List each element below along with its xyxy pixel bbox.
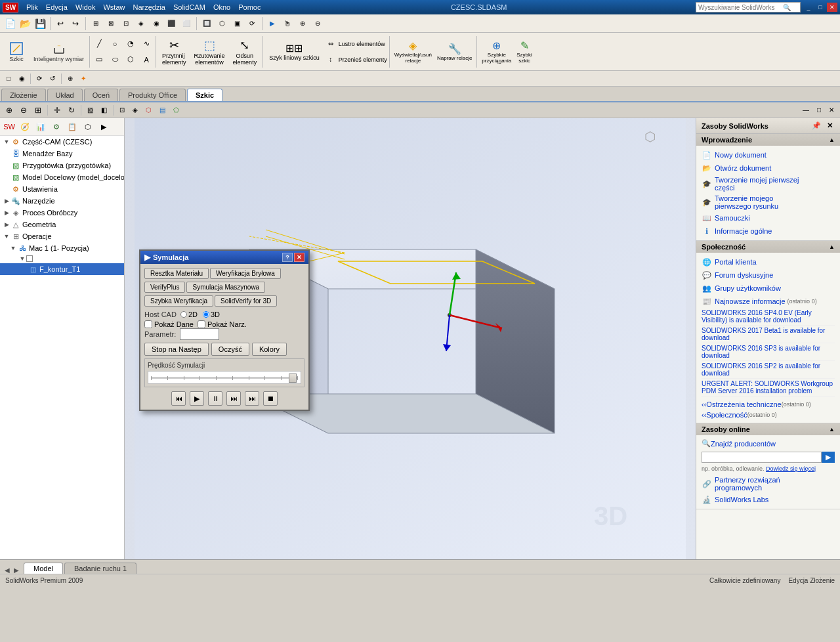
tree-root[interactable]: ▼ ⚙ Część-CAM (CZESC) — [0, 136, 124, 148]
inteligentny-wymiar-btn[interactable]: ↔ Inteligentny wymiar — [30, 35, 87, 69]
small-tool4[interactable]: ↺ — [47, 73, 58, 85]
szkic-btn[interactable]: Szkic — [3, 35, 30, 69]
tree-przygotowka[interactable]: ▧ Przygotówka (przygotówka) — [0, 160, 124, 171]
polygon-btn[interactable]: ⬡ — [123, 53, 138, 67]
icon15[interactable]: ⊖ — [310, 16, 325, 31]
icon8[interactable]: 🔲 — [200, 16, 214, 31]
online-search-input[interactable] — [702, 452, 822, 463]
menu-solidcam[interactable]: SolidCAM — [169, 2, 209, 12]
dialog-close-btn[interactable]: ✕ — [294, 253, 304, 262]
arc-btn[interactable]: ◔ — [123, 37, 138, 51]
link-portal[interactable]: 🌐 Portal klienta — [702, 255, 835, 268]
minimize-button[interactable]: _ — [803, 3, 814, 12]
link-tworzenie-rysunku[interactable]: 🎓 Tworzenie mojegopierwszego rysunku — [702, 193, 835, 211]
sim-tab-verifyplus[interactable]: VerifyPlus — [144, 282, 185, 293]
tab-ocen[interactable]: Oceń — [84, 89, 118, 101]
link-nowy-dokument[interactable]: 📄 Nowy dokument — [702, 148, 835, 161]
tab-produkty[interactable]: Produkty Office — [119, 89, 186, 101]
zoom-out-btn[interactable]: ⊖ — [17, 104, 30, 116]
link-samouczki[interactable]: 📖 Samouczki — [702, 211, 835, 225]
pan-btn[interactable]: ✛ — [51, 104, 64, 116]
tab-scroll-right-btn[interactable]: ▶ — [12, 567, 21, 574]
news-item-4[interactable]: SOLIDWORKS 2016 SP2 is available for dow… — [702, 361, 835, 379]
sim-tab-szybka[interactable]: Szybka Weryfikacja — [144, 295, 213, 307]
dialog-help-btn[interactable]: ? — [282, 253, 293, 262]
szybkie-btn[interactable]: ⊕ Szybkieprzyciągania — [479, 35, 514, 69]
expand-operacje[interactable]: ▼ — [3, 232, 10, 240]
section-view-btn[interactable]: ▨ — [84, 105, 96, 115]
odsun-btn[interactable]: ⤡ Odsunelementy — [229, 35, 261, 69]
icon1[interactable]: ⊞ — [89, 16, 103, 31]
ellipse-btn[interactable]: ⬭ — [108, 53, 122, 67]
news-item-2[interactable]: SOLIDWORKS 2017 Beta1 is available for d… — [702, 326, 835, 343]
tab-szkic[interactable]: Szkic — [187, 89, 222, 101]
online-search-btn[interactable]: ▶ — [822, 452, 835, 463]
resources-pin-btn[interactable]: 📌 — [810, 121, 823, 131]
clear-btn[interactable]: Oczyść — [211, 343, 249, 356]
panel-icon-cam[interactable]: ⚙ — [49, 119, 64, 134]
przytnij-btn[interactable]: ✂ Przytnnijelementy — [158, 35, 190, 69]
colors-btn[interactable]: Kolory — [252, 343, 287, 356]
panel-icon-cube[interactable]: ⬡ — [81, 119, 95, 134]
menu-widok[interactable]: Widok — [72, 2, 100, 12]
tree-menadzer[interactable]: 🗄 Menadżer Bazy — [0, 148, 124, 160]
speed-handle[interactable] — [289, 374, 297, 383]
icon7[interactable]: ⬜ — [179, 16, 194, 31]
tab-uklad[interactable]: Układ — [47, 89, 83, 101]
sim-tab-maszynowa[interactable]: Symulacja Maszynowa — [186, 282, 265, 293]
news-item-1[interactable]: SOLIDWORKS 2016 SP4.0 EV (Early Visibili… — [702, 308, 835, 326]
expand-mac1[interactable]: ▼ — [9, 244, 17, 252]
link-informacje[interactable]: ℹ Informacje ogólne — [702, 225, 835, 238]
maximize-button[interactable]: □ — [815, 3, 826, 12]
icon4[interactable]: ◈ — [134, 16, 148, 31]
close-button[interactable]: ✕ — [827, 3, 837, 12]
link-grupy[interactable]: 👥 Grupy użytkowników — [702, 282, 835, 295]
step-fwd-btn[interactable]: ⏭ — [226, 391, 241, 406]
rotate-btn[interactable]: ↻ — [65, 104, 78, 116]
small-tool6[interactable]: ✦ — [77, 73, 89, 85]
panel-icon-compass[interactable]: 🧭 — [18, 119, 32, 134]
speed-slider-container[interactable] — [148, 371, 301, 384]
icon10[interactable]: ▣ — [230, 16, 244, 31]
menu-narzedzia[interactable]: Narzędzia — [129, 2, 169, 12]
sim-tab-weryfikacja[interactable]: Weryfikacja Bryłowa — [210, 268, 281, 279]
search-input[interactable] — [696, 4, 782, 11]
szyk-btn[interactable]: ⊞⊞ Szyk liniowy szkicu — [265, 35, 324, 69]
save-btn[interactable]: 💾 — [33, 16, 47, 31]
menu-plik[interactable]: Plik — [22, 2, 42, 12]
tree-proces[interactable]: ▶ ◈ Proces Obróbczy — [0, 207, 124, 219]
search-box[interactable]: 🔍 — [696, 2, 801, 12]
tree-narzedzie[interactable]: ▶ 🔩 Narzędzie — [0, 195, 124, 207]
icon11[interactable]: ⟳ — [245, 16, 259, 31]
view-extra2[interactable]: ⬡ — [142, 105, 155, 115]
panel-icon-chart[interactable]: 📊 — [33, 119, 48, 134]
small-tool3[interactable]: ⟳ — [33, 73, 45, 85]
rewind-btn[interactable]: ⏮ — [171, 391, 186, 406]
tree-mac1-expand[interactable]: ▼ — [0, 254, 124, 263]
small-tool5[interactable]: ⊕ — [64, 73, 76, 85]
minimize-viewport-btn[interactable]: — — [799, 105, 812, 115]
checkbox-mac1[interactable] — [26, 255, 33, 262]
tab-scroll-left-btn[interactable]: ◀ — [3, 567, 12, 574]
tree-model-docelowy[interactable]: ▧ Model Docelowy (model_docelo... — [0, 171, 124, 183]
bottom-tab-model[interactable]: Model — [24, 563, 63, 574]
hint-link[interactable]: Dowiedz się więcej — [766, 465, 816, 472]
tree-ustawienia[interactable]: ⚙ Ustawienia — [0, 183, 124, 195]
news-item-3[interactable]: SOLIDWORKS 2016 SP3 is available for dow… — [702, 343, 835, 361]
view-cube[interactable]: ⬡ — [637, 123, 663, 150]
panel-icon-doc[interactable]: 📋 — [65, 119, 79, 134]
news-item-5[interactable]: URGENT ALERT: SOLIDWORKS Workgroup PDM S… — [702, 379, 835, 396]
link-partnerzy[interactable]: 🔗 Partnerzy rozwiązańprogramowych — [702, 475, 835, 493]
fast-fwd-btn[interactable]: ⏭ — [245, 391, 259, 406]
sim-tab-resztka[interactable]: Resztka Materiału — [144, 268, 209, 279]
menu-edycja[interactable]: Edycja — [42, 2, 72, 12]
play-btn[interactable]: ▶ — [190, 391, 204, 406]
tree-mac1[interactable]: ▼ 🖧 Mac 1 (1- Pozycja) — [0, 242, 124, 254]
menu-wstaw[interactable]: Wstaw — [99, 2, 129, 12]
restore-viewport-btn[interactable]: □ — [814, 105, 824, 115]
tree-geometria[interactable]: ▶ △ Geometria — [0, 219, 124, 230]
link-ostrzezenia[interactable]: ‹‹ Ostrzeżenia techniczne (ostatnio 0) — [702, 399, 835, 410]
icon3[interactable]: ⊡ — [119, 16, 133, 31]
szybki-szkic-btn[interactable]: ✎ Szybkiszkic — [514, 35, 535, 69]
tree-operacje[interactable]: ▼ ⊞ Operacje — [0, 230, 124, 242]
